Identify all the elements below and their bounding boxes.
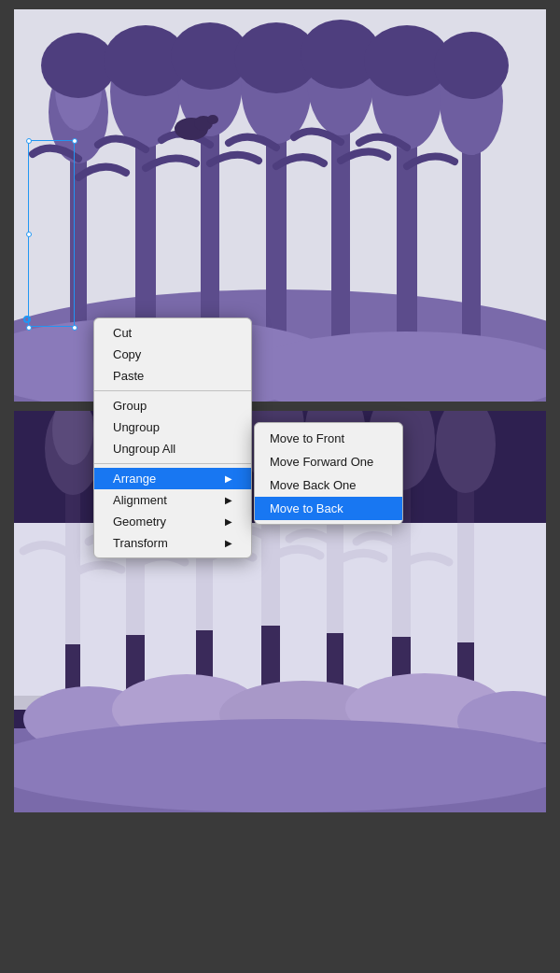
- arrange-arrow: ▶: [225, 473, 232, 484]
- menu-item-group[interactable]: Group: [94, 395, 251, 416]
- geometry-label: Geometry: [113, 515, 166, 529]
- submenu-item-back-one[interactable]: Move Back One: [255, 473, 402, 497]
- svg-point-63: [14, 719, 546, 812]
- submenu[interactable]: Move to Front Move Forward One Move Back…: [254, 422, 403, 525]
- submenu-item-forward[interactable]: Move Forward One: [255, 450, 402, 473]
- handle-br: [72, 325, 77, 331]
- geometry-arrow: ▶: [225, 516, 232, 527]
- menu-item-paste[interactable]: Paste: [94, 365, 251, 387]
- menu-item-ungroup-all[interactable]: Ungroup All: [94, 438, 251, 459]
- transform-label: Transform: [113, 536, 168, 550]
- context-menu-container: Cut Copy Paste Group Ungroup Ungroup All: [93, 317, 403, 558]
- alignment-arrow: ▶: [225, 495, 232, 505]
- ungroup-label: Ungroup: [113, 420, 160, 434]
- handle-ml: [26, 232, 32, 237]
- move-front-label: Move to Front: [270, 431, 344, 445]
- menu-item-alignment[interactable]: Alignment ▶: [94, 489, 251, 511]
- transform-arrow: ▶: [225, 538, 232, 548]
- handle-tr: [72, 138, 77, 144]
- menu-item-cut[interactable]: Cut: [94, 322, 251, 344]
- copy-label: Copy: [113, 347, 141, 361]
- menu-item-copy[interactable]: Copy: [94, 344, 251, 365]
- move-back-label: Move to Back: [270, 501, 343, 515]
- menu-item-transform[interactable]: Transform ▶: [94, 532, 251, 554]
- cut-label: Cut: [113, 326, 132, 340]
- paste-label: Paste: [113, 369, 144, 383]
- arrange-label: Arrange: [113, 472, 156, 486]
- menu-item-geometry[interactable]: Geometry ▶: [94, 511, 251, 532]
- handle-bl: [26, 325, 32, 331]
- group-label: Group: [113, 399, 147, 413]
- alignment-label: Alignment: [113, 493, 167, 507]
- ungroup-all-label: Ungroup All: [113, 442, 175, 456]
- context-menu[interactable]: Cut Copy Paste Group Ungroup Ungroup All: [93, 317, 252, 558]
- submenu-item-front[interactable]: Move to Front: [255, 427, 402, 450]
- move-back-one-label: Move Back One: [270, 478, 357, 492]
- top-canvas: Cut Copy Paste Group Ungroup Ungroup All: [14, 9, 546, 402]
- anchor-point: [23, 316, 31, 323]
- menu-item-arrange[interactable]: Arrange ▶: [94, 468, 251, 489]
- selection-box: [28, 140, 75, 327]
- menu-separator-1: [94, 390, 251, 391]
- menu-item-ungroup[interactable]: Ungroup: [94, 416, 251, 438]
- menu-separator-2: [94, 463, 251, 464]
- handle-tl: [26, 138, 32, 144]
- svg-point-29: [207, 115, 218, 124]
- svg-point-23: [434, 32, 509, 99]
- move-forward-label: Move Forward One: [270, 455, 373, 469]
- submenu-item-back[interactable]: Move to Back: [255, 497, 402, 520]
